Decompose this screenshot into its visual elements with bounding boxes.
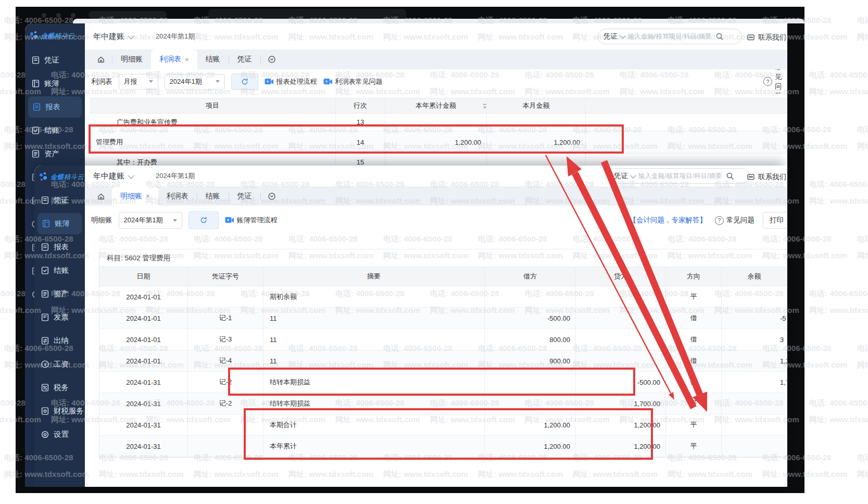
sidebar-item-salary[interactable]: ¥ 工资	[34, 352, 85, 376]
voucher-no-cell: 记-4	[188, 350, 263, 371]
browser-forward-icon[interactable]	[56, 13, 61, 18]
search-icon[interactable]	[726, 172, 734, 180]
col-summary[interactable]: 摘要	[263, 267, 485, 286]
sidebar-item-ledger[interactable]: 账簿	[37, 213, 82, 234]
direction-cell: 借	[666, 329, 722, 350]
ytd-cell: 1,200.00	[385, 131, 487, 153]
refresh-button[interactable]	[231, 73, 258, 90]
app-logo[interactable]: 金蝶精斗云	[25, 23, 85, 48]
col-credit[interactable]: 贷方	[576, 267, 666, 286]
voucher-icon	[41, 196, 49, 205]
sidebar-item-invoice[interactable]: 发票	[34, 306, 85, 329]
ledger-row[interactable]: 2024-01-01 记-1 11 -500.00 借 -5	[99, 308, 787, 329]
ledger-row[interactable]: 2024-01-01 期初余额 平	[99, 286, 787, 308]
search-icon[interactable]	[715, 32, 724, 41]
frequency-select[interactable]: 月报	[119, 74, 158, 90]
ledger-row-carryover[interactable]: 2024-01-31 记-2 结转本期损益 1,700.00 平	[99, 393, 787, 414]
tab-bar-win2: 明细账 × 利润表 结账 凭证	[85, 186, 787, 206]
tab-voucher[interactable]: 凭证	[229, 186, 260, 206]
col-month[interactable]: 本月金额	[487, 98, 586, 113]
table-row[interactable]: 广告费和业务宣传费 13	[90, 114, 787, 131]
debit-cell: 1,200.00	[485, 436, 576, 457]
tab-more[interactable]	[261, 49, 283, 69]
app-logo[interactable]: 金蝶精斗云	[34, 166, 85, 188]
close-tab-icon[interactable]: ×	[146, 192, 150, 200]
sidebar-item-report[interactable]: 报表	[34, 235, 85, 259]
ledger-row-ytd-total[interactable]: 2024-01-31 本年累计 1,200.00 1,200.00 平	[99, 436, 787, 457]
search-category[interactable]: 凭证	[614, 171, 628, 181]
ledger-row-period-total[interactable]: 2024-01-31 本期合计 1,200.00 1,200.00 平	[99, 414, 787, 436]
account-set-title[interactable]: 年中建账	[93, 171, 124, 181]
tab-closing[interactable]: 结账	[197, 49, 229, 69]
asset-icon	[41, 289, 49, 298]
global-search[interactable]: 凭证 输入金额/核算项目/科目/摘要	[598, 29, 742, 44]
close-tab-icon[interactable]: ×	[185, 56, 189, 64]
content-win2: 年中建账 2024年第1期 凭证 输入金额/核算项目/科目/摘要 联系我们 明细…	[85, 166, 787, 487]
faq-link[interactable]: ? 常见问题	[715, 216, 754, 225]
global-search[interactable]: 凭证 输入金额/核算项目/科目/摘要	[608, 168, 750, 184]
expert-answer-link[interactable]: 【会计问题，专家解答】	[630, 216, 707, 225]
credit-cell	[576, 286, 666, 307]
col-voucher-no[interactable]: 凭证字号	[188, 267, 263, 286]
faq-link-clipped[interactable]: ? 常见问题	[763, 69, 787, 94]
ledger-row-carryover[interactable]: 2024-01-31 记-2 结转本期损益 -500.00 借 1,7	[99, 372, 787, 393]
sidebar-item-ledger[interactable]: 账簿	[25, 72, 85, 95]
tab-detail-ledger[interactable]: 明细账 ×	[112, 186, 158, 206]
contact-us-button[interactable]: 联系我们	[747, 172, 786, 182]
date-cell: 2024-01-31	[99, 393, 188, 414]
col-ytd[interactable]: 本年累计金额	[385, 98, 487, 113]
col-item[interactable]: 项目	[90, 98, 336, 113]
col-row-no[interactable]: 行次	[336, 98, 385, 113]
search-input[interactable]: 输入金额/核算项目/科目/摘要	[638, 172, 726, 181]
print-button[interactable]: 打印	[763, 212, 787, 229]
sidebar-item-label: 凭证	[54, 195, 69, 205]
browser-refresh-icon[interactable]	[71, 13, 76, 18]
col-balance[interactable]: 余额	[722, 267, 787, 286]
col-debit[interactable]: 借方	[485, 267, 576, 286]
contact-us-button[interactable]: 联系我们	[747, 33, 786, 42]
tab-home[interactable]	[90, 49, 112, 69]
sidebar-win2: 金蝶精斗云 凭证 账簿 报表 结账 资产 发票 出纳	[34, 166, 85, 487]
table-row-admin-expense[interactable]: 管理费用 14 1,200.00 1,200.00	[90, 131, 787, 154]
tab-home[interactable]	[90, 186, 112, 206]
ledger-row[interactable]: 2024-01-01 记-3 11 800.00 借 3	[99, 329, 787, 350]
tab-more[interactable]	[261, 186, 283, 206]
tab-profit-report[interactable]: 利润表	[158, 186, 197, 206]
sidebar-item-settings[interactable]: 设置	[34, 423, 85, 446]
tab-closing[interactable]: 结账	[197, 186, 229, 206]
tab-profit-report[interactable]: 利润表 ×	[151, 49, 197, 69]
report-flow-link[interactable]: 报表处理流程	[265, 77, 317, 86]
browser-back-icon[interactable]	[42, 13, 46, 18]
ledger-card: 科目: 5602 管理费用 日期 凭证字号 摘要 借方 贷方 方向 余额 202…	[99, 249, 787, 458]
ledger-flow-link[interactable]: 账簿管理流程	[225, 216, 278, 225]
sidebar-item-cashier[interactable]: 出纳	[34, 329, 85, 352]
sidebar-item-voucher[interactable]: 凭证	[34, 188, 85, 212]
ledger-row[interactable]: 2024-01-01 记-4 11 900.00 借 1,2	[99, 350, 787, 372]
period-select[interactable]: 2024年第1期	[119, 212, 182, 229]
tab-detail-ledger[interactable]: 明细账	[112, 49, 151, 69]
sidebar-item-closing[interactable]: 结账	[25, 119, 85, 142]
sidebar-item-finance-service[interactable]: 财税服务	[34, 399, 85, 423]
sidebar-item-report[interactable]: 报表	[28, 96, 82, 118]
credit-cell: 1,200.00	[576, 436, 666, 457]
sidebar-item-asset[interactable]: 资产	[25, 142, 85, 166]
profit-faq-link[interactable]: 利润表常见问题	[323, 77, 383, 86]
faq-label: 常见问题	[726, 216, 754, 225]
refresh-button[interactable]	[188, 211, 219, 229]
period-select[interactable]: 2024年1期	[165, 74, 225, 90]
col-direction[interactable]: 方向	[666, 267, 722, 286]
sidebar-item-asset[interactable]: 资产	[34, 282, 85, 306]
sidebar-item-label: 出纳	[54, 336, 69, 346]
voucher-no-cell: 记-2	[188, 393, 263, 414]
swap-columns-icon[interactable]	[482, 102, 487, 109]
search-input[interactable]: 输入金额/核算项目/科目/摘要	[628, 32, 715, 41]
tab-voucher[interactable]: 凭证	[229, 49, 260, 69]
question-icon: ?	[715, 216, 724, 225]
blank-cell	[586, 114, 787, 131]
search-category[interactable]: 凭证	[603, 32, 618, 41]
sidebar-item-tax[interactable]: 税务	[34, 376, 85, 399]
sidebar-item-voucher[interactable]: 凭证	[25, 48, 85, 72]
account-set-title[interactable]: 年中建账	[93, 32, 124, 42]
sidebar-item-closing[interactable]: 结账	[34, 259, 85, 282]
col-date[interactable]: 日期	[99, 267, 188, 286]
